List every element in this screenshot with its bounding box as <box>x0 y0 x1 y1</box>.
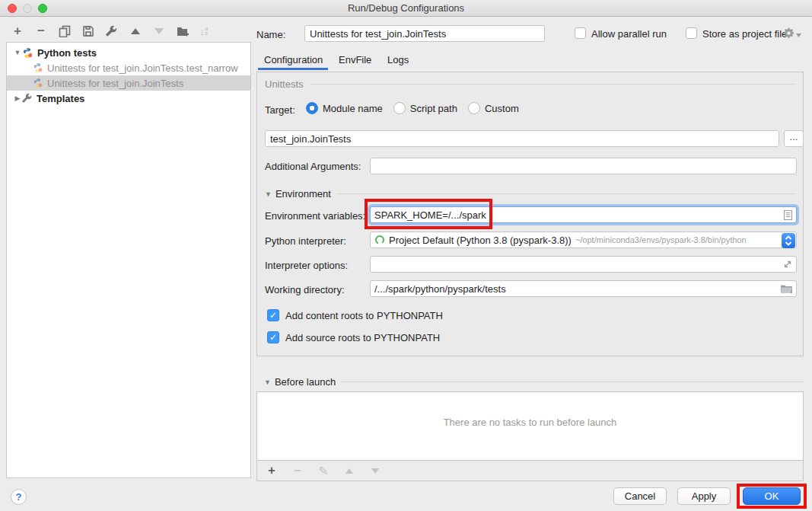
browse-module-button[interactable]: ... <box>784 130 804 147</box>
edit-task-icon: ✎ <box>317 464 330 477</box>
python-test-icon <box>33 78 43 88</box>
remove-task-icon: − <box>291 464 304 477</box>
before-launch-label: Before launch <box>275 376 336 388</box>
environment-variables-label: Environment variables: <box>265 210 365 222</box>
move-task-up-icon <box>342 464 356 477</box>
environment-section-header: ▼ Environment <box>265 188 795 200</box>
working-directory-label: Working directory: <box>265 284 345 295</box>
python-tests-icon <box>22 47 33 59</box>
store-as-project-file-label: Store as project file <box>702 28 787 40</box>
radio-selected-icon[interactable] <box>306 102 318 114</box>
radio-icon[interactable] <box>393 102 406 114</box>
move-up-icon[interactable] <box>129 24 142 38</box>
remove-configuration-icon[interactable]: − <box>34 24 48 38</box>
active-tab-underline <box>258 68 328 70</box>
sort-configurations-icon: ↓az <box>199 26 208 37</box>
name-label: Name: <box>256 29 285 40</box>
title-bar: Run/Debug Configurations <box>0 0 812 17</box>
module-name-input[interactable] <box>265 130 779 147</box>
add-content-roots-checkbox[interactable]: ✓ Add content roots to PYTHONPATH <box>267 309 443 321</box>
add-configuration-icon[interactable]: + <box>11 24 24 38</box>
interpreter-options-input[interactable] <box>370 256 797 273</box>
python-interpreter-label: Python interpreter: <box>265 235 346 247</box>
add-source-roots-checkbox[interactable]: ✓ Add source roots to PYTHONPATH <box>267 331 440 343</box>
copy-configuration-icon[interactable] <box>58 24 72 38</box>
chevron-right-icon[interactable]: ▶ <box>13 94 22 102</box>
python-test-icon <box>33 62 43 73</box>
additional-arguments-label: Additional Arguments: <box>265 161 361 172</box>
add-task-icon[interactable]: + <box>265 464 279 477</box>
unittests-section-header: Unittests <box>265 78 795 90</box>
chevron-down-icon[interactable]: ▼ <box>265 190 272 198</box>
unittests-section-label: Unittests <box>265 78 304 90</box>
allow-parallel-run-checkbox[interactable] <box>575 27 586 39</box>
configurations-toolbar: + − ↓az <box>11 24 208 39</box>
working-directory-input[interactable]: /.../spark/python/pyspark/tests <box>370 280 797 297</box>
edit-variables-icon[interactable] <box>784 210 792 220</box>
folder-icon[interactable] <box>781 284 792 293</box>
ok-button[interactable]: OK <box>743 487 801 505</box>
tree-item-jointests-selected[interactable]: Unittests for test_join.JoinTests <box>7 75 250 91</box>
configurations-tree: ▼ Python tests Unittests for test_join.J… <box>6 42 251 478</box>
configuration-panel: Unittests Target: Module name Script pat… <box>256 72 804 356</box>
environment-variables-input[interactable]: SPARK_HOME=/.../spark <box>370 206 797 223</box>
allow-parallel-run-label: Allow parallel run <box>591 28 667 40</box>
gear-icon[interactable] <box>782 27 801 40</box>
tree-item-label: Unittests for test_join.JoinTests <box>47 78 183 89</box>
tree-item-templates[interactable]: ▶ Templates <box>7 91 250 106</box>
tab-configuration[interactable]: Configuration <box>264 54 323 65</box>
templates-wrench-icon <box>22 93 33 104</box>
tree-item-test-narrow[interactable]: Unittests for test_join.JoinTests.test_n… <box>7 60 250 75</box>
store-as-project-file-checkbox[interactable] <box>686 27 697 39</box>
no-tasks-message: There are no tasks to run before launch <box>257 417 803 428</box>
edit-templates-icon[interactable] <box>105 24 119 38</box>
target-label: Target: <box>265 104 295 116</box>
chevron-down-icon[interactable]: ▼ <box>264 378 271 386</box>
additional-arguments-input[interactable] <box>370 158 797 174</box>
tab-logs[interactable]: Logs <box>387 54 409 65</box>
help-button[interactable]: ? <box>11 489 27 505</box>
cancel-button[interactable]: Cancel <box>613 487 667 505</box>
before-launch-tasks-panel: There are no tasks to run before launch … <box>256 391 804 481</box>
virtualenv-icon <box>374 235 385 245</box>
apply-button[interactable]: Apply <box>677 487 731 505</box>
checked-checkbox-icon[interactable]: ✓ <box>267 309 279 321</box>
expand-field-icon[interactable] <box>783 260 792 269</box>
tasks-toolbar: + − ✎ <box>257 460 803 481</box>
run-debug-configurations-dialog: Run/Debug Configurations + − <box>0 0 812 511</box>
interpreter-stepper-icon[interactable] <box>782 233 795 248</box>
radio-script-path[interactable]: Script path <box>393 102 457 114</box>
radio-icon[interactable] <box>468 102 480 114</box>
interpreter-options-label: Interpreter options: <box>265 260 348 271</box>
move-task-down-icon <box>368 464 382 477</box>
window-title: Run/Debug Configurations <box>0 2 812 14</box>
environment-section-label: Environment <box>275 188 331 200</box>
move-down-icon <box>152 24 166 38</box>
tree-item-python-tests[interactable]: ▼ Python tests <box>7 45 250 60</box>
tree-item-label: Unittests for test_join.JoinTests.test_n… <box>47 62 238 74</box>
name-input[interactable] <box>304 25 545 42</box>
checked-checkbox-icon[interactable]: ✓ <box>267 331 279 343</box>
radio-custom[interactable]: Custom <box>468 102 519 114</box>
radio-module-name[interactable]: Module name <box>306 102 383 114</box>
tab-envfile[interactable]: EnvFile <box>339 54 371 65</box>
target-radio-group: Module name Script path Custom <box>306 102 530 114</box>
python-interpreter-select[interactable]: Project Default (Python 3.8 (pyspark-3.8… <box>370 232 797 248</box>
save-configuration-icon[interactable] <box>81 24 95 38</box>
before-launch-section-header: ▼ Before launch <box>264 376 804 388</box>
new-folder-icon[interactable] <box>176 24 189 38</box>
tree-item-label: Python tests <box>37 47 97 59</box>
tree-item-label: Templates <box>37 93 84 104</box>
chevron-down-icon[interactable]: ▼ <box>13 49 22 56</box>
